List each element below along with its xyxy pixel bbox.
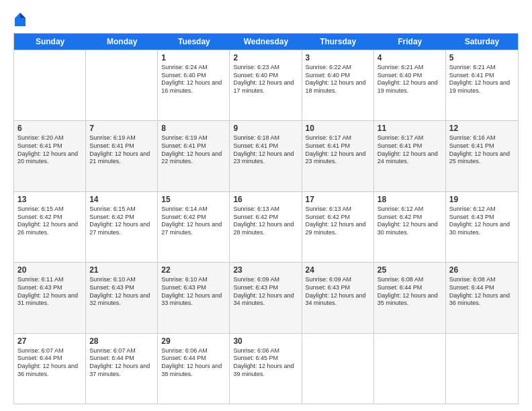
calendar-row-1: 1Sunrise: 6:24 AM Sunset: 6:40 PM Daylig… [14, 50, 518, 120]
day-info: Sunrise: 6:17 AM Sunset: 6:41 PM Dayligh… [378, 134, 442, 166]
day-info: Sunrise: 6:06 AM Sunset: 6:45 PM Dayligh… [233, 347, 298, 379]
day-cell-11: 11Sunrise: 6:17 AM Sunset: 6:41 PM Dayli… [374, 121, 446, 191]
day-number: 22 [161, 265, 226, 275]
day-number: 14 [89, 194, 154, 205]
day-info: Sunrise: 6:09 AM Sunset: 6:43 PM Dayligh… [233, 276, 298, 308]
calendar-row-4: 20Sunrise: 6:11 AM Sunset: 6:43 PM Dayli… [14, 262, 518, 332]
day-cell-13: 13Sunrise: 6:15 AM Sunset: 6:42 PM Dayli… [14, 192, 86, 262]
calendar-header: SundayMondayTuesdayWednesdayThursdayFrid… [14, 34, 518, 50]
header [13, 11, 519, 26]
day-info: Sunrise: 6:21 AM Sunset: 6:41 PM Dayligh… [449, 64, 515, 95]
day-cell-18: 18Sunrise: 6:12 AM Sunset: 6:42 PM Dayli… [374, 192, 446, 262]
empty-cell [446, 334, 518, 404]
day-info: Sunrise: 6:20 AM Sunset: 6:41 PM Dayligh… [17, 134, 82, 166]
calendar-row-5: 27Sunrise: 6:07 AM Sunset: 6:44 PM Dayli… [14, 333, 518, 404]
day-cell-26: 26Sunrise: 6:08 AM Sunset: 6:44 PM Dayli… [446, 263, 518, 332]
day-number: 21 [89, 265, 154, 275]
day-number: 18 [378, 194, 442, 205]
day-cell-30: 30Sunrise: 6:06 AM Sunset: 6:45 PM Dayli… [230, 334, 302, 404]
day-cell-17: 17Sunrise: 6:13 AM Sunset: 6:42 PM Dayli… [302, 192, 374, 262]
day-of-week-thursday: Thursday [302, 34, 374, 50]
calendar-row-2: 6Sunrise: 6:20 AM Sunset: 6:41 PM Daylig… [14, 120, 518, 191]
day-cell-9: 9Sunrise: 6:18 AM Sunset: 6:41 PM Daylig… [230, 121, 302, 191]
day-cell-14: 14Sunrise: 6:15 AM Sunset: 6:42 PM Dayli… [86, 192, 158, 262]
day-cell-10: 10Sunrise: 6:17 AM Sunset: 6:41 PM Dayli… [302, 121, 374, 191]
day-number: 12 [449, 123, 515, 134]
day-number: 9 [233, 123, 298, 134]
day-info: Sunrise: 6:08 AM Sunset: 6:44 PM Dayligh… [378, 276, 442, 308]
day-cell-24: 24Sunrise: 6:09 AM Sunset: 6:43 PM Dayli… [302, 263, 374, 332]
logo-blue [13, 11, 26, 26]
day-info: Sunrise: 6:13 AM Sunset: 6:42 PM Dayligh… [306, 205, 370, 237]
day-number: 4 [378, 52, 442, 63]
day-number: 15 [161, 194, 226, 205]
day-cell-7: 7Sunrise: 6:19 AM Sunset: 6:41 PM Daylig… [86, 121, 158, 191]
day-of-week-saturday: Saturday [446, 34, 518, 50]
day-number: 20 [17, 265, 82, 275]
day-number: 2 [233, 52, 298, 63]
day-number: 16 [233, 194, 298, 205]
day-info: Sunrise: 6:13 AM Sunset: 6:42 PM Dayligh… [233, 205, 298, 237]
day-info: Sunrise: 6:23 AM Sunset: 6:40 PM Dayligh… [233, 64, 298, 95]
day-info: Sunrise: 6:19 AM Sunset: 6:41 PM Dayligh… [161, 134, 226, 166]
day-cell-20: 20Sunrise: 6:11 AM Sunset: 6:43 PM Dayli… [14, 263, 86, 332]
page: SundayMondayTuesdayWednesdayThursdayFrid… [0, 0, 532, 411]
day-of-week-friday: Friday [374, 34, 446, 50]
day-number: 7 [89, 123, 154, 134]
day-cell-8: 8Sunrise: 6:19 AM Sunset: 6:41 PM Daylig… [158, 121, 230, 191]
day-info: Sunrise: 6:19 AM Sunset: 6:41 PM Dayligh… [89, 134, 154, 166]
day-cell-16: 16Sunrise: 6:13 AM Sunset: 6:42 PM Dayli… [230, 192, 302, 262]
day-cell-5: 5Sunrise: 6:21 AM Sunset: 6:41 PM Daylig… [446, 50, 518, 120]
day-number: 17 [306, 194, 370, 205]
day-info: Sunrise: 6:12 AM Sunset: 6:42 PM Dayligh… [378, 205, 442, 237]
day-info: Sunrise: 6:24 AM Sunset: 6:40 PM Dayligh… [161, 64, 226, 95]
day-cell-22: 22Sunrise: 6:10 AM Sunset: 6:43 PM Dayli… [158, 263, 230, 332]
day-number: 29 [161, 336, 226, 347]
day-cell-3: 3Sunrise: 6:22 AM Sunset: 6:40 PM Daylig… [302, 50, 374, 120]
day-cell-21: 21Sunrise: 6:10 AM Sunset: 6:43 PM Dayli… [86, 263, 158, 332]
day-number: 25 [378, 265, 442, 275]
calendar-row-3: 13Sunrise: 6:15 AM Sunset: 6:42 PM Dayli… [14, 191, 518, 262]
empty-cell [374, 334, 446, 404]
day-info: Sunrise: 6:09 AM Sunset: 6:43 PM Dayligh… [306, 276, 370, 308]
day-number: 3 [306, 52, 370, 63]
day-number: 24 [306, 265, 370, 275]
day-info: Sunrise: 6:07 AM Sunset: 6:44 PM Dayligh… [89, 347, 154, 379]
day-cell-15: 15Sunrise: 6:14 AM Sunset: 6:42 PM Dayli… [158, 192, 230, 262]
day-cell-23: 23Sunrise: 6:09 AM Sunset: 6:43 PM Dayli… [230, 263, 302, 332]
day-cell-1: 1Sunrise: 6:24 AM Sunset: 6:40 PM Daylig… [158, 50, 230, 120]
day-number: 6 [17, 123, 82, 134]
empty-cell [14, 50, 86, 120]
day-number: 1 [161, 52, 226, 63]
day-number: 27 [17, 336, 82, 347]
day-info: Sunrise: 6:06 AM Sunset: 6:44 PM Dayligh… [161, 347, 226, 379]
day-number: 19 [449, 194, 515, 205]
empty-cell [86, 50, 158, 120]
empty-cell [302, 334, 374, 404]
day-number: 13 [17, 194, 82, 205]
day-info: Sunrise: 6:14 AM Sunset: 6:42 PM Dayligh… [161, 205, 226, 237]
day-info: Sunrise: 6:10 AM Sunset: 6:43 PM Dayligh… [89, 276, 154, 308]
day-info: Sunrise: 6:12 AM Sunset: 6:43 PM Dayligh… [449, 205, 515, 237]
day-info: Sunrise: 6:15 AM Sunset: 6:42 PM Dayligh… [17, 205, 82, 237]
day-of-week-wednesday: Wednesday [230, 34, 302, 50]
day-info: Sunrise: 6:11 AM Sunset: 6:43 PM Dayligh… [17, 276, 82, 308]
day-cell-2: 2Sunrise: 6:23 AM Sunset: 6:40 PM Daylig… [230, 50, 302, 120]
day-number: 26 [449, 265, 515, 275]
day-number: 28 [89, 336, 154, 347]
day-number: 23 [233, 265, 298, 275]
day-info: Sunrise: 6:22 AM Sunset: 6:40 PM Dayligh… [306, 64, 370, 95]
day-number: 8 [161, 123, 226, 134]
day-cell-19: 19Sunrise: 6:12 AM Sunset: 6:43 PM Dayli… [446, 192, 518, 262]
day-number: 10 [306, 123, 370, 134]
day-info: Sunrise: 6:18 AM Sunset: 6:41 PM Dayligh… [233, 134, 298, 166]
day-info: Sunrise: 6:15 AM Sunset: 6:42 PM Dayligh… [89, 205, 154, 237]
day-info: Sunrise: 6:16 AM Sunset: 6:41 PM Dayligh… [449, 134, 515, 166]
day-of-week-tuesday: Tuesday [158, 34, 230, 50]
day-of-week-monday: Monday [86, 34, 158, 50]
day-of-week-sunday: Sunday [14, 34, 86, 50]
day-cell-29: 29Sunrise: 6:06 AM Sunset: 6:44 PM Dayli… [158, 334, 230, 404]
day-cell-27: 27Sunrise: 6:07 AM Sunset: 6:44 PM Dayli… [14, 334, 86, 404]
logo [13, 11, 26, 26]
svg-marker-1 [20, 13, 26, 18]
